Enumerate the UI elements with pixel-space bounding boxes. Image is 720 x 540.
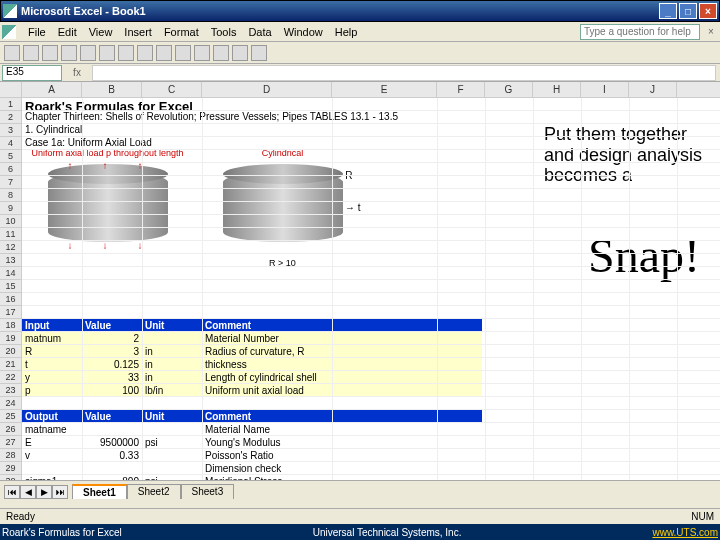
tab-prev-icon[interactable]: ◀ [20, 485, 36, 499]
tab-next-icon[interactable]: ▶ [36, 485, 52, 499]
menu-edit[interactable]: Edit [52, 24, 83, 40]
close-button[interactable]: × [699, 3, 717, 19]
col-header-i[interactable]: I [581, 82, 629, 97]
formula-bar: E35 fx [0, 64, 720, 82]
col-header-b[interactable]: B [82, 82, 142, 97]
menu-window[interactable]: Window [278, 24, 329, 40]
status-left: Ready [6, 511, 35, 522]
chart-icon[interactable] [232, 45, 248, 61]
spell-icon[interactable] [99, 45, 115, 61]
preview-icon[interactable] [80, 45, 96, 61]
row-header[interactable]: 5 [0, 150, 22, 163]
excel-icon [3, 4, 17, 18]
sort-icon[interactable] [213, 45, 229, 61]
row-header[interactable]: 26 [0, 423, 22, 436]
formula-input[interactable] [92, 65, 716, 81]
menu-tools[interactable]: Tools [205, 24, 243, 40]
cut-icon[interactable] [118, 45, 134, 61]
col-header-a[interactable]: A [22, 82, 82, 97]
col-header-f[interactable]: F [437, 82, 485, 97]
menubar: File Edit View Insert Format Tools Data … [0, 22, 720, 42]
row-header[interactable]: 20 [0, 345, 22, 358]
row-header[interactable]: 13 [0, 254, 22, 267]
footer-link[interactable]: www.UTS.com [652, 527, 718, 538]
row-header[interactable]: 14 [0, 267, 22, 280]
row-header[interactable]: 4 [0, 137, 22, 150]
titlebar: Microsoft Excel - Book1 _ □ × [0, 0, 720, 22]
col-header-j[interactable]: J [629, 82, 677, 97]
menu-view[interactable]: View [83, 24, 119, 40]
tab-last-icon[interactable]: ⏭ [52, 485, 68, 499]
select-all-corner[interactable] [0, 82, 22, 97]
row-header[interactable]: 7 [0, 176, 22, 189]
row-header[interactable]: 27 [0, 436, 22, 449]
excel-menu-icon[interactable] [2, 25, 16, 39]
window-title: Microsoft Excel - Book1 [21, 5, 659, 17]
menu-help[interactable]: Help [329, 24, 364, 40]
tab-first-icon[interactable]: ⏮ [4, 485, 20, 499]
sheet-tab-1[interactable]: Sheet1 [72, 484, 127, 499]
row-header[interactable]: 21 [0, 358, 22, 371]
status-bar: Ready NUM [0, 508, 720, 524]
row-header[interactable]: 23 [0, 384, 22, 397]
row-header[interactable]: 3 [0, 124, 22, 137]
print-icon[interactable] [61, 45, 77, 61]
maximize-button[interactable]: □ [679, 3, 697, 19]
row-header[interactable]: 28 [0, 449, 22, 462]
redo-icon[interactable] [194, 45, 210, 61]
row-header[interactable]: 15 [0, 280, 22, 293]
fx-button[interactable]: fx [62, 67, 92, 78]
doc-close-button[interactable]: × [704, 26, 718, 37]
col-header-e[interactable]: E [332, 82, 437, 97]
save-icon[interactable] [42, 45, 58, 61]
open-icon[interactable] [23, 45, 39, 61]
spreadsheet-grid[interactable]: A B C D E F G H I J 12345678910111213141… [0, 82, 720, 502]
menu-insert[interactable]: Insert [118, 24, 158, 40]
col-header-c[interactable]: C [142, 82, 202, 97]
row-header[interactable]: 6 [0, 163, 22, 176]
copy-icon[interactable] [137, 45, 153, 61]
sheet-tab-2[interactable]: Sheet2 [127, 484, 181, 499]
row-header[interactable]: 24 [0, 397, 22, 410]
row-header[interactable]: 12 [0, 241, 22, 254]
row-header[interactable]: 9 [0, 202, 22, 215]
row-header[interactable]: 11 [0, 228, 22, 241]
toolbar-standard [0, 42, 720, 64]
minimize-button[interactable]: _ [659, 3, 677, 19]
col-header-d[interactable]: D [202, 82, 332, 97]
row-header[interactable]: 18 [0, 319, 22, 332]
col-header-g[interactable]: G [485, 82, 533, 97]
row-header[interactable]: 16 [0, 293, 22, 306]
name-box[interactable]: E35 [2, 65, 62, 81]
row-header[interactable]: 2 [0, 111, 22, 124]
sum-icon[interactable] [251, 45, 267, 61]
col-header-h[interactable]: H [533, 82, 581, 97]
row-header[interactable]: 19 [0, 332, 22, 345]
paste-icon[interactable] [156, 45, 172, 61]
undo-icon[interactable] [175, 45, 191, 61]
row-header[interactable]: 8 [0, 189, 22, 202]
row-header[interactable]: 25 [0, 410, 22, 423]
row-header[interactable]: 29 [0, 462, 22, 475]
menu-data[interactable]: Data [242, 24, 277, 40]
menu-format[interactable]: Format [158, 24, 205, 40]
new-icon[interactable] [4, 45, 20, 61]
sheet-tab-bar: ⏮ ◀ ▶ ⏭ Sheet1 Sheet2 Sheet3 [0, 480, 720, 502]
row-header[interactable]: 1 [0, 98, 22, 111]
sheet-tab-3[interactable]: Sheet3 [181, 484, 235, 499]
row-header[interactable]: 17 [0, 306, 22, 319]
help-search-input[interactable] [580, 24, 700, 40]
row-header[interactable]: 10 [0, 215, 22, 228]
status-right: NUM [691, 511, 714, 522]
row-header[interactable]: 22 [0, 371, 22, 384]
slide-footer: Roark's Formulas for Excel Universal Tec… [0, 524, 720, 540]
footer-center: Universal Technical Systems, Inc. [122, 527, 653, 538]
footer-left: Roark's Formulas for Excel [2, 527, 122, 538]
menu-file[interactable]: File [22, 24, 52, 40]
